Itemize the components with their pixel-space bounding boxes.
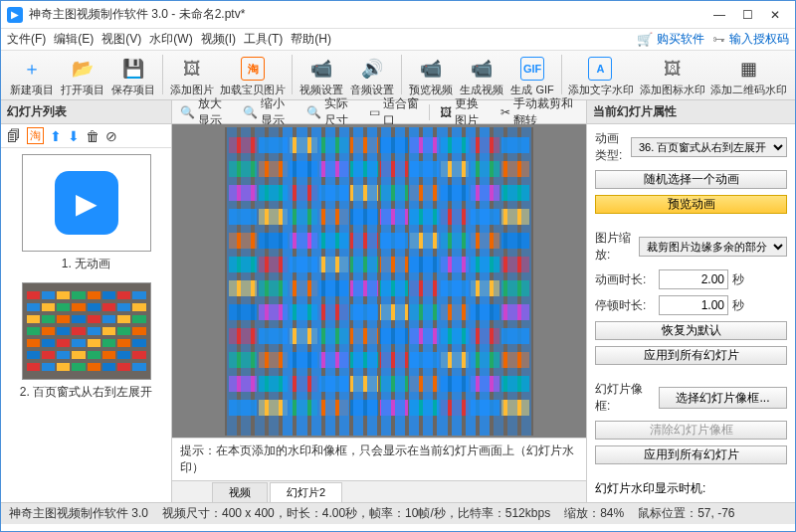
choose-frame-button[interactable]: 选择幻灯片像框... — [659, 387, 787, 409]
cart-icon: 🛒 — [637, 32, 653, 47]
tool-icon: ▦ — [737, 57, 761, 81]
tool-视频设置[interactable]: 📹视频设置 — [297, 55, 345, 99]
move-down-icon[interactable]: ⬇ — [68, 128, 80, 144]
frame-label: 幻灯片像框: — [595, 381, 655, 415]
enter-key-link[interactable]: 🗝输入授权码 — [712, 31, 789, 48]
tool-加载宝贝图片[interactable]: 淘加载宝贝图片 — [218, 55, 288, 99]
copy-icon[interactable]: 🗐 — [7, 128, 21, 144]
tool-添加图标水印[interactable]: 🖼添加图标水印 — [638, 55, 707, 99]
menu-watermark[interactable]: 水印(W) — [149, 31, 192, 48]
tool-icon: ＋ — [20, 57, 44, 81]
status-app: 神奇主图视频制作软件 3.0 — [9, 505, 148, 522]
app-icon: ▶ — [7, 7, 23, 23]
tool-预览视频[interactable]: 📹预览视频 — [406, 55, 455, 99]
slide-item[interactable]: 2. 百页窗式从右到左展开 — [7, 282, 165, 401]
canvas-area[interactable] — [172, 124, 586, 438]
tool-保存项目[interactable]: 💾保存项目 — [109, 55, 158, 99]
status-dim: 视频尺寸：400 x 400，时长：4.00秒，帧率：10帧/秒，比特率：512… — [162, 505, 550, 522]
move-up-icon[interactable]: ⬆ — [50, 128, 62, 144]
hint-text: 提示：在本页添加的水印和像框，只会显示在当前幻灯片画面上（幻灯片水印） — [172, 438, 586, 480]
tab-slide2[interactable]: 幻灯片2 — [270, 482, 342, 502]
clear-frame-button[interactable]: 清除幻灯片像框 — [595, 421, 787, 440]
tool-icon: 💾 — [121, 57, 145, 81]
tool-icon: 🖼 — [180, 57, 204, 81]
anim-dur-input[interactable] — [659, 269, 728, 289]
scale-select[interactable]: 裁剪图片边缘多余的部分 — [639, 237, 787, 257]
tool-icon: GIF — [520, 57, 544, 81]
status-mouse: 鼠标位置：57, -76 — [638, 505, 734, 522]
tab-video[interactable]: 视频 — [212, 482, 268, 502]
apply-all-button[interactable]: 应用到所有幻灯片 — [595, 346, 787, 365]
tool-icon: 📂 — [71, 57, 95, 81]
taobao-icon[interactable]: 淘 — [27, 127, 44, 144]
reset-default-button[interactable]: 恢复为默认 — [595, 321, 787, 340]
menu-video[interactable]: 视频(I) — [201, 31, 236, 48]
pause-dur-input[interactable] — [659, 295, 728, 315]
clear-icon[interactable]: ⊘ — [105, 128, 117, 144]
maximize-button[interactable]: ☐ — [733, 5, 761, 25]
tool-生成视频[interactable]: 📹生成视频 — [457, 55, 505, 99]
tool-icon: 📹 — [309, 57, 333, 81]
tool-音频设置[interactable]: 🔊音频设置 — [348, 55, 397, 99]
status-zoom: 缩放：84% — [564, 505, 624, 522]
tool-添加图片[interactable]: 🖼添加图片 — [167, 55, 216, 99]
tool-添加二维码水印[interactable]: ▦添加二维码水印 — [709, 55, 789, 99]
anim-dur-label: 动画时长: — [595, 271, 655, 288]
tool-生成 GIF[interactable]: GIF生成 GIF — [508, 55, 557, 99]
delete-icon[interactable]: 🗑 — [86, 128, 100, 144]
close-button[interactable]: ✕ — [761, 5, 789, 25]
apply-all-frame-button[interactable]: 应用到所有幻灯片 — [595, 445, 787, 464]
tool-icon: 🔊 — [360, 57, 384, 81]
preview-anim-button[interactable]: 预览动画 — [595, 195, 787, 214]
props-title: 当前幻灯片属性 — [587, 100, 795, 124]
menu-edit[interactable]: 编辑(E) — [54, 31, 94, 48]
slide-item[interactable]: ▶1. 无动画 — [7, 154, 165, 272]
tool-icon: 📹 — [419, 57, 443, 81]
window-title: 神奇主图视频制作软件 3.0 - 未命名2.ptv* — [29, 6, 705, 23]
tool-打开项目[interactable]: 📂打开项目 — [58, 55, 106, 99]
scale-label: 图片缩放: — [595, 230, 635, 264]
tool-icon: 📹 — [470, 57, 494, 81]
anim-type-label: 动画类型: — [595, 130, 627, 164]
anim-type-select[interactable]: 36. 百页窗式从右到左展开 — [631, 137, 787, 157]
menu-help[interactable]: 帮助(H) — [291, 31, 331, 48]
menu-view[interactable]: 视图(V) — [101, 31, 141, 48]
tool-添加文字水印[interactable]: A添加文字水印 — [565, 55, 635, 99]
tool-icon: 🖼 — [661, 57, 685, 81]
pause-dur-label: 停顿时长: — [595, 297, 655, 314]
buy-link[interactable]: 🛒购买软件 — [637, 31, 704, 48]
wm-timing-label: 幻灯片水印显示时机: — [595, 480, 787, 497]
menu-tools[interactable]: 工具(T) — [244, 31, 283, 48]
minimize-button[interactable]: ― — [705, 5, 733, 25]
tool-icon: 淘 — [241, 57, 265, 81]
slide-list-title: 幻灯片列表 — [1, 100, 171, 124]
tool-新建项目[interactable]: ＋新建项目 — [7, 55, 56, 99]
key-icon: 🗝 — [712, 32, 725, 47]
random-anim-button[interactable]: 随机选择一个动画 — [595, 170, 787, 189]
slide-thumb: ▶ — [22, 154, 151, 252]
tool-icon: A — [588, 57, 612, 81]
menu-file[interactable]: 文件(F) — [7, 31, 46, 48]
slide-thumb — [22, 282, 151, 380]
preview-canvas — [225, 127, 533, 436]
